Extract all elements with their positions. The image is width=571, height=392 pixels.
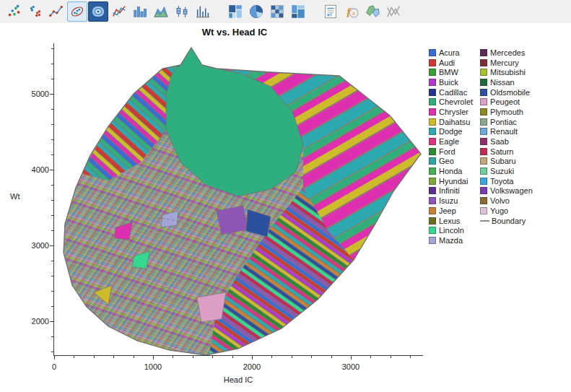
cell-plot-button[interactable]	[267, 1, 287, 22]
legend-item[interactable]: Suzuki	[480, 166, 533, 176]
treemap-button[interactable]	[225, 1, 245, 22]
x-minor-tick-mark	[94, 356, 95, 358]
color-swatch	[429, 69, 436, 76]
legend-label: Daihatsu	[439, 118, 470, 126]
legend-item[interactable]: Chevrolet	[429, 97, 473, 107]
legend-label: Cadillac	[439, 88, 467, 97]
bar-chart-button[interactable]	[130, 1, 150, 22]
color-swatch	[429, 128, 436, 135]
legend-item[interactable]: Subaru	[480, 157, 533, 167]
line-chart-button[interactable]	[109, 1, 129, 22]
color-swatch	[480, 157, 487, 165]
legend-item[interactable]: Pontiac	[480, 117, 533, 127]
legend-item[interactable]: Saab	[480, 136, 533, 147]
legend-item[interactable]: Acura	[429, 48, 473, 58]
legend-item[interactable]: Mercury	[480, 58, 533, 68]
y-minor-tick-mark	[51, 64, 53, 64]
pie-chart-button[interactable]	[246, 1, 266, 22]
legend-item[interactable]: Audi	[429, 58, 473, 68]
legend-item[interactable]: Yugo	[480, 206, 533, 216]
y-tick-mark	[50, 94, 53, 95]
legend-item[interactable]: Hyundai	[429, 176, 473, 186]
legend-item[interactable]: Oldsmobile	[480, 87, 533, 97]
color-swatch	[480, 167, 487, 175]
legend-item[interactable]: Renault	[480, 127, 533, 137]
legend-item[interactable]: Eagle	[429, 136, 473, 147]
chart-title: Wt vs. Head IC	[43, 27, 426, 38]
legend-item[interactable]: Mitsubishi	[480, 67, 533, 77]
grouped-scatter-button[interactable]	[25, 1, 45, 22]
legend-item-boundary[interactable]: Boundary	[480, 216, 533, 226]
legend-item[interactable]: Peugeot	[480, 97, 533, 107]
ellipse-scatter-icon	[69, 4, 85, 19]
connected-scatter-button[interactable]	[46, 1, 66, 22]
legend-item[interactable]: Volkswagen	[480, 186, 533, 196]
box-plot-button[interactable]	[172, 1, 192, 22]
color-swatch	[429, 138, 436, 145]
x-tick-label: 3000	[336, 362, 365, 371]
legend-item[interactable]: Geo	[429, 157, 473, 167]
legend-column-2: MercedesMercuryMitsubishiNissanOldsmobil…	[480, 48, 533, 245]
treemap-icon	[227, 4, 243, 19]
legend-item[interactable]: Buick	[429, 77, 473, 87]
legend: AcuraAudiBMWBuickCadillacChevroletChrysl…	[429, 48, 533, 245]
scatter-plot-button[interactable]	[4, 1, 25, 22]
legend-label: Boundary	[492, 217, 526, 225]
legend-label: Jeep	[439, 206, 456, 215]
color-swatch	[429, 157, 436, 165]
legend-item[interactable]: Ford	[429, 147, 473, 157]
map-shapes-button[interactable]	[362, 1, 383, 22]
legend-item[interactable]: Mazda	[429, 235, 473, 245]
legend-item[interactable]: Mercedes	[480, 48, 533, 58]
legend-item[interactable]: Daihatsu	[429, 117, 473, 127]
chart-type-toolbar: fx	[0, 0, 571, 23]
y-tick-label: 3000	[20, 241, 49, 250]
y-minor-tick-mark	[51, 48, 53, 49]
color-swatch	[480, 178, 487, 185]
area-chart-button[interactable]	[151, 1, 171, 22]
legend-item[interactable]: Plymouth	[480, 107, 533, 117]
contour-plot[interactable]	[54, 43, 422, 355]
legend-label: Acura	[439, 48, 460, 57]
legend-item[interactable]: BMW	[429, 67, 473, 77]
legend-item[interactable]: Dodge	[429, 127, 473, 137]
legend-label: Volvo	[490, 196, 510, 205]
legend-item[interactable]: Honda	[429, 166, 473, 176]
crossed-lines-button[interactable]	[383, 1, 404, 22]
y-minor-tick-mark	[51, 109, 53, 110]
x-minor-tick-mark	[292, 356, 292, 358]
legend-item[interactable]: Chrysler	[429, 107, 473, 117]
contour-plot-button[interactable]	[88, 1, 108, 22]
legend-label: Saab	[490, 137, 509, 146]
legend-item[interactable]: Nissan	[480, 77, 533, 87]
needle-chart-button[interactable]	[193, 1, 213, 22]
legend-item[interactable]: Lexus	[429, 216, 473, 226]
isuzu-patch[interactable]	[217, 206, 248, 235]
color-swatch	[429, 79, 436, 86]
grouped-scatter-icon	[27, 4, 43, 19]
legend-item[interactable]: Infiniti	[429, 186, 473, 196]
pie-chart-icon	[248, 4, 264, 19]
y-tick-label: 4000	[20, 165, 49, 174]
legend-item[interactable]: Saturn	[480, 147, 533, 157]
y-minor-tick-mark	[51, 200, 53, 201]
legend-item[interactable]: Toyota	[480, 176, 533, 186]
legend-item[interactable]: Lincoln	[429, 225, 473, 235]
legend-item[interactable]: Volvo	[480, 196, 533, 206]
mosaic-plot-button[interactable]	[288, 1, 308, 22]
y-minor-tick-mark	[51, 230, 53, 231]
color-swatch	[429, 148, 436, 155]
x-tick-mark	[351, 356, 352, 360]
y-minor-tick-mark	[51, 276, 53, 276]
legend-item[interactable]: Cadillac	[429, 87, 473, 97]
y-axis-label: Wt	[10, 192, 19, 201]
peugeot-patch[interactable]	[197, 292, 226, 322]
ellipse-scatter-button[interactable]	[67, 1, 87, 22]
color-swatch	[429, 59, 436, 66]
formula-button[interactable]: fx	[341, 1, 362, 22]
legend-item[interactable]: Isuzu	[429, 196, 473, 206]
legend-label: Dodge	[439, 127, 462, 136]
report-button[interactable]	[321, 1, 341, 22]
legend-item[interactable]: Jeep	[429, 206, 473, 216]
legend-label: Mazda	[439, 236, 463, 245]
